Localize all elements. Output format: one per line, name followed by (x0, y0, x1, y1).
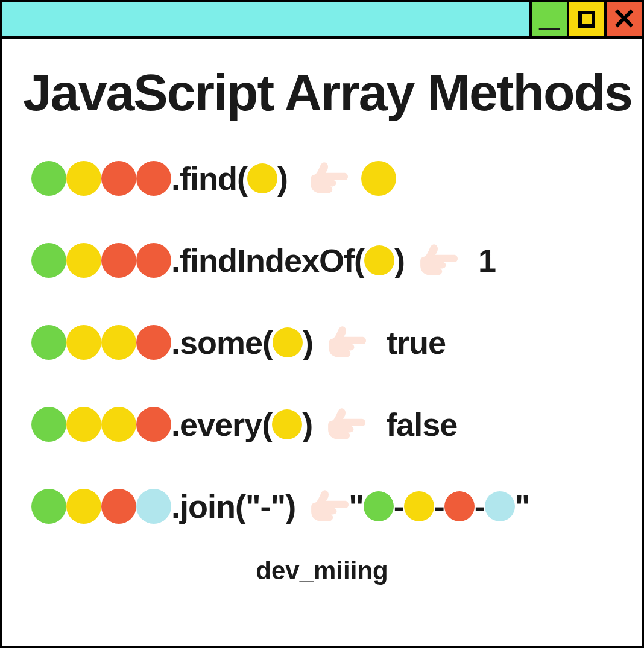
close-paren: ) (277, 160, 288, 197)
footer-credit: dev_miiing (23, 556, 621, 585)
close-button[interactable]: ✕ (604, 2, 642, 36)
method-row-find: .find() (31, 159, 621, 198)
open-paren: ( (354, 242, 364, 279)
method-name: .every (171, 406, 262, 443)
dot-red (101, 161, 136, 196)
open-paren: ( (235, 488, 245, 525)
titlebar: _ ✕ (2, 2, 642, 39)
dot-green (31, 407, 66, 442)
method-name: .some (171, 324, 262, 361)
join-separator: - (394, 488, 404, 525)
dot-green (31, 325, 66, 360)
close-icon: ✕ (612, 5, 636, 34)
pointing-hand-icon (326, 322, 366, 362)
method-row-some: .some() true (31, 322, 621, 362)
method-row-findindexof: .findIndexOf() 1 (31, 241, 621, 280)
result-text: 1 (478, 242, 496, 279)
dot-yellow (101, 325, 136, 360)
window: _ ✕ JavaScript Array Methods .find() (0, 0, 644, 648)
dot-yellow (66, 243, 101, 278)
result-text: true (387, 324, 446, 361)
join-separator: - (475, 488, 485, 525)
dot-red (136, 407, 171, 442)
result-dot-yellow (361, 161, 396, 196)
dot-yellow (66, 161, 101, 196)
dot-red (101, 243, 136, 278)
dot-yellow (66, 407, 101, 442)
dot-cyan (136, 489, 171, 524)
method-row-every: .every() false (31, 404, 621, 444)
open-paren: ( (262, 406, 272, 443)
close-paren: ) (285, 488, 295, 525)
method-name: .join (171, 488, 235, 525)
dot-yellow (66, 489, 101, 524)
join-separator: - (434, 488, 444, 525)
dot-red (136, 325, 171, 360)
titlebar-spacer (2, 2, 529, 36)
method-rows: .find() .findIndexOf() (23, 159, 621, 526)
result-dot-yellow (404, 491, 434, 521)
dot-green (31, 161, 66, 196)
maximize-button[interactable] (567, 2, 604, 36)
dot-red (136, 161, 171, 196)
minimize-icon: _ (539, 0, 559, 31)
arg-text: "-" (245, 488, 285, 525)
result-dot-cyan (485, 491, 515, 521)
close-paren: ) (303, 324, 313, 361)
pointing-hand-icon (418, 241, 458, 280)
open-paren: ( (237, 160, 247, 197)
method-row-join: .join("-") "---" (31, 486, 621, 526)
pointing-hand-icon (308, 159, 348, 198)
dot-red (101, 489, 136, 524)
close-paren: ) (394, 242, 405, 279)
result-text: false (386, 406, 457, 443)
dot-yellow (66, 325, 101, 360)
dot-green (31, 489, 66, 524)
pointing-hand-icon (326, 404, 365, 444)
page-title: JavaScript Array Methods (23, 63, 621, 122)
maximize-icon (578, 11, 595, 28)
pointing-hand-icon (309, 486, 349, 526)
close-quote: " (515, 488, 530, 525)
open-quote: " (349, 488, 364, 525)
result-dot-red (444, 491, 475, 521)
arg-dot-yellow (247, 163, 277, 193)
dot-red (136, 243, 171, 278)
result-dot-green (364, 491, 394, 521)
method-name: .findIndexOf (171, 242, 354, 279)
arg-dot-yellow (273, 327, 303, 357)
minimize-button[interactable]: _ (529, 2, 567, 36)
method-name: .find (171, 160, 237, 197)
content: JavaScript Array Methods .find() (2, 39, 642, 646)
dot-yellow (101, 407, 136, 442)
arg-dot-yellow (364, 245, 394, 275)
arg-dot-yellow (272, 409, 302, 439)
open-paren: ( (262, 324, 273, 361)
dot-green (31, 243, 66, 278)
close-paren: ) (302, 406, 312, 443)
